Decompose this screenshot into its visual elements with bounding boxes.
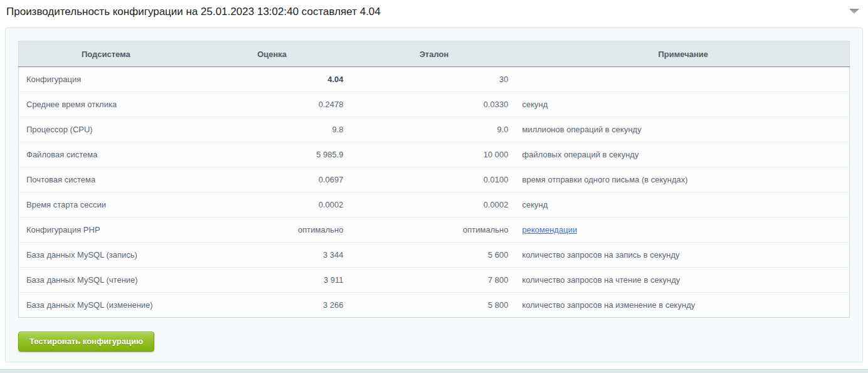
column-header-reference: Эталон	[351, 41, 517, 67]
score-cell: 0.2478	[193, 92, 351, 117]
table-row: Время старта сессии 0.0002 0.0002 секунд	[19, 192, 850, 218]
note-cell	[517, 67, 850, 92]
note-cell: секунд	[517, 192, 850, 218]
score-cell: 5 985.9	[193, 142, 351, 167]
reference-cell: 0.0002	[351, 192, 517, 218]
chevron-down-icon[interactable]	[849, 9, 859, 14]
column-header-note: Примечание	[517, 41, 850, 67]
subsystem-cell: Файловая система	[19, 142, 193, 167]
table-row: Файловая система 5 985.9 10 000 файловых…	[19, 142, 850, 167]
test-configuration-button[interactable]: Тестировать конфигурацию	[18, 332, 154, 352]
score-cell: 9.8	[193, 117, 351, 142]
table-row: Процессор (CPU) 9.8 9.0 миллионов операц…	[19, 117, 850, 142]
score-cell: 3 911	[193, 268, 351, 293]
subsystem-cell: Почтовая система	[19, 167, 193, 192]
subsystem-cell: База данных MySQL (изменение)	[19, 293, 193, 318]
reference-cell: 10 000	[351, 142, 517, 167]
table-row: Конфигурация PHP оптимально оптимально р…	[19, 218, 850, 243]
reference-cell: 0.0100	[351, 167, 517, 192]
subsystem-cell: Среднее время отклика	[19, 92, 193, 117]
column-header-score: Оценка	[193, 41, 351, 67]
score-cell: 0.0697	[193, 167, 351, 192]
subsystem-cell: Конфигурация PHP	[19, 218, 193, 243]
score-cell: 3 344	[193, 243, 351, 268]
table-row: Среднее время отклика 0.2478 0.0330 секу…	[19, 92, 850, 117]
reference-cell: 9.0	[351, 117, 517, 142]
table-row: Почтовая система 0.0697 0.0100 время отп…	[19, 167, 850, 192]
performance-panel: Подсистема Оценка Эталон Примечание Конф…	[5, 28, 863, 362]
reference-cell: 7 800	[351, 268, 517, 293]
reference-cell: 5 600	[351, 243, 517, 268]
score-cell: 0.0002	[193, 192, 351, 218]
note-cell: количество запросов на запись в секунду	[517, 243, 850, 268]
note-cell: секунд	[517, 92, 850, 117]
score-cell: 4.04	[193, 67, 351, 92]
subsystem-cell: База данных MySQL (запись)	[19, 243, 193, 268]
note-cell: рекомендации	[517, 218, 850, 243]
score-cell: оптимально	[193, 218, 351, 243]
reference-cell: оптимально	[351, 218, 517, 243]
table-row: База данных MySQL (изменение) 3 266 5 80…	[19, 293, 850, 318]
score-cell: 3 266	[193, 293, 351, 318]
subsystem-cell: Процессор (CPU)	[19, 117, 193, 142]
page-title: Производительность конфигурации на 25.01…	[6, 6, 381, 18]
table-row: База данных MySQL (чтение) 3 911 7 800 к…	[19, 268, 850, 293]
note-cell: файловых операций в секунду	[517, 142, 850, 167]
note-cell: количество запросов на изменение в секун…	[517, 293, 850, 318]
subsystem-cell: База данных MySQL (чтение)	[19, 268, 193, 293]
reference-cell: 30	[351, 67, 517, 92]
performance-table: Подсистема Оценка Эталон Примечание Конф…	[18, 41, 850, 318]
title-bar: Производительность конфигурации на 25.01…	[0, 0, 868, 28]
bottom-bar	[0, 369, 868, 373]
reference-cell: 0.0330	[351, 92, 517, 117]
note-cell: время отправки одного письма (в секундах…	[517, 167, 850, 192]
recommendations-link[interactable]: рекомендации	[522, 225, 578, 234]
note-cell: миллионов операций в секунду	[517, 117, 850, 142]
subsystem-cell: Время старта сессии	[19, 192, 193, 218]
subsystem-cell: Конфигурация	[19, 67, 193, 92]
column-header-subsystem: Подсистема	[19, 41, 193, 67]
table-row: Конфигурация 4.04 30	[19, 67, 850, 92]
table-header-row: Подсистема Оценка Эталон Примечание	[19, 41, 850, 67]
note-cell: количество запросов на чтение в секунду	[517, 268, 850, 293]
reference-cell: 5 800	[351, 293, 517, 318]
table-row: База данных MySQL (запись) 3 344 5 600 к…	[19, 243, 850, 268]
